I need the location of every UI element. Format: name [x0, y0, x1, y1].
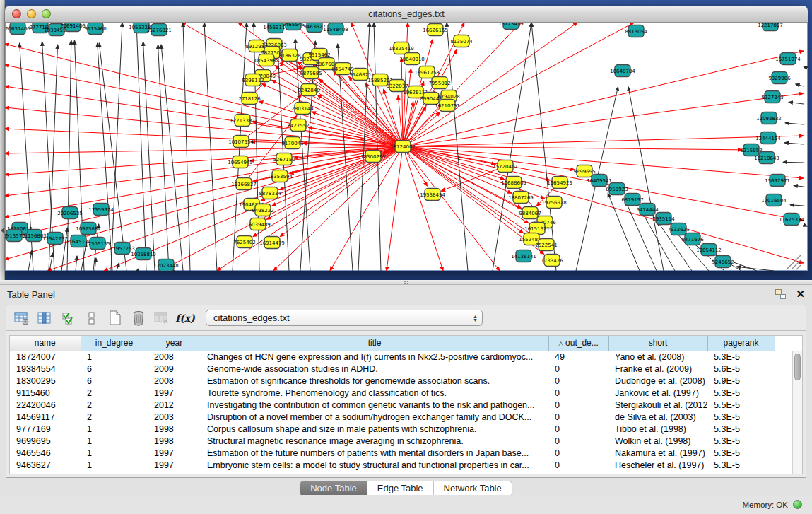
delete-columns-icon[interactable]: [130, 310, 147, 327]
resize-grip-icon[interactable]: [787, 255, 801, 269]
graph-node[interactable]: 1733426: [541, 255, 563, 267]
graph-node[interactable]: 9474444: [636, 204, 659, 216]
graph-node[interactable]: 10975887: [76, 223, 101, 235]
graph-node[interactable]: 20631406: [5, 23, 30, 35]
network-view-canvas[interactable]: 1872400718300295891295414226063982750818…: [5, 23, 808, 271]
table-scrollbar-thumb[interactable]: [794, 354, 801, 380]
column-header-year[interactable]: year: [148, 336, 201, 351]
table-selector-dropdown[interactable]: citations_edges.txt▲▼: [206, 310, 483, 326]
table-row[interactable]: 1938455462009Genome-wide association stu…: [10, 363, 775, 375]
function-builder-icon[interactable]: f(x): [177, 310, 194, 327]
graph-node[interactable]: 7955812: [428, 77, 450, 89]
graph-node-label: 20206535: [57, 211, 83, 216]
graph-node[interactable]: 19166827: [231, 178, 257, 190]
table-row[interactable]: 911546021997Tourette syndrome. Phenomeno…: [10, 387, 775, 399]
graph-node[interactable]: 9115460: [84, 23, 106, 35]
graph-node[interactable]: 9245652: [712, 256, 734, 268]
table-row[interactable]: 1872400712008Changes of HCN gene express…: [10, 351, 775, 363]
graph-node[interactable]: 8813054: [625, 25, 647, 37]
graph-node[interactable]: 5267150: [273, 153, 295, 165]
graph-node[interactable]: 2522541: [535, 239, 557, 251]
graph-node[interactable]: 10688609: [501, 177, 526, 189]
graph-node[interactable]: 12213382: [230, 115, 255, 127]
graph-node[interactable]: 10654112: [696, 244, 722, 256]
table-options-icon[interactable]: [13, 310, 30, 327]
graph-node[interactable]: 2935114: [652, 213, 675, 225]
graph-node[interactable]: 15723419: [498, 23, 524, 30]
tab-node-table[interactable]: Node Table: [300, 481, 367, 496]
tab-network-table[interactable]: Network Table: [434, 481, 512, 496]
graph-node[interactable]: 12444154: [755, 132, 781, 144]
graph-node[interactable]: 6879197: [621, 194, 643, 206]
collapsed-panel-strip[interactable]: [0, 0, 5, 280]
table-row[interactable]: 946362711997Embryonic stem cells: a mode…: [10, 459, 775, 471]
graph-node[interactable]: 9396117: [242, 74, 264, 86]
graph-node[interactable]: 16626155: [423, 24, 448, 36]
citation-network-graph[interactable]: 1872400718300295891295414226063982750818…: [5, 23, 808, 271]
graph-node[interactable]: 8878334: [259, 187, 281, 199]
graph-node[interactable]: 15751074: [775, 53, 801, 65]
graph-node[interactable]: 9170041: [281, 137, 303, 149]
graph-node[interactable]: 5875685: [300, 67, 322, 79]
graph-node[interactable]: 17016504: [761, 194, 787, 206]
table-row[interactable]: 946554611997Estimation of the future num…: [10, 447, 775, 459]
table-row[interactable]: 969969511998Structural magnetic resonanc…: [10, 435, 775, 447]
zoom-window-button[interactable]: [42, 9, 51, 18]
graph-node[interactable]: 15720407: [493, 160, 518, 173]
table-scrollbar[interactable]: [792, 351, 802, 474]
graph-node[interactable]: 12023448: [153, 259, 179, 271]
graph-node[interactable]: 16914479: [259, 237, 285, 249]
new-column-icon[interactable]: [107, 310, 124, 327]
graph-node[interactable]: 18353594: [267, 170, 293, 182]
column-header-short[interactable]: short: [608, 336, 707, 351]
graph-node[interactable]: 9329966: [768, 72, 791, 84]
column-header-pagerank[interactable]: pagerank: [707, 336, 775, 351]
graph-node[interactable]: 8471676: [681, 233, 704, 245]
graph-node[interactable]: 3913579: [5, 230, 25, 242]
graph-node[interactable]: 19756928: [541, 197, 567, 209]
graph-node[interactable]: 19538454: [420, 189, 445, 201]
graph-node[interactable]: 9498222: [252, 204, 273, 216]
graph-node[interactable]: 7625402: [233, 236, 255, 248]
graph-node[interactable]: 17359924: [88, 204, 114, 216]
graph-node[interactable]: 10654945: [228, 156, 253, 168]
deselect-all-icon[interactable]: [83, 310, 100, 327]
float-panel-icon[interactable]: [775, 289, 786, 299]
table-row[interactable]: 1456911722003Disruption of a novel membe…: [10, 411, 775, 423]
graph-node[interactable]: 19654923: [547, 177, 572, 189]
network-window-titlebar[interactable]: citations_edges.txt: [5, 6, 808, 23]
minimize-window-button[interactable]: [27, 9, 36, 18]
close-window-button[interactable]: [12, 9, 21, 18]
column-header-in-degree[interactable]: in_degree: [81, 336, 148, 351]
graph-node[interactable]: 11675334: [779, 214, 804, 226]
graph-node[interactable]: 11548408: [323, 23, 348, 35]
graph-node[interactable]: 8135074: [450, 35, 473, 47]
graph-node[interactable]: 8958923: [606, 183, 628, 195]
graph-node[interactable]: 12093832: [756, 112, 782, 124]
table-row[interactable]: 1830029562008Estimation of significance …: [10, 375, 775, 387]
divider-handle-icon[interactable]: [404, 281, 408, 284]
graph-node[interactable]: 8186328: [278, 49, 300, 62]
column-header-title[interactable]: title: [201, 336, 548, 351]
column-header-name[interactable]: name: [10, 336, 81, 351]
panel-divider[interactable]: [0, 280, 812, 285]
graph-node[interactable]: 12217897: [758, 23, 783, 31]
close-panel-icon[interactable]: ✕: [796, 289, 805, 299]
graph-node[interactable]: 2718126: [238, 93, 261, 105]
column-header-out-de-[interactable]: △out_de...: [548, 336, 608, 351]
column-visibility-icon[interactable]: [37, 310, 54, 327]
graph-node[interactable]: 14136141: [511, 250, 536, 262]
tab-edge-table[interactable]: Edge Table: [367, 481, 434, 496]
table-row[interactable]: 977716911998Corpus callosum shape and si…: [10, 423, 775, 435]
graph-node[interactable]: 9463627: [303, 23, 325, 33]
graph-node[interactable]: 16648784: [610, 65, 635, 77]
graph-node[interactable]: 8427552: [287, 119, 309, 132]
graph-node[interactable]: 20206535: [57, 207, 83, 219]
table-row[interactable]: 2242004622012Investigating the contribut…: [10, 399, 775, 411]
graph-node[interactable]: 9227343: [761, 91, 783, 103]
graph-node[interactable]: 9242848: [298, 84, 319, 96]
graph-node[interactable]: 15692971: [765, 175, 790, 187]
graph-node[interactable]: 10107554: [228, 136, 254, 148]
memory-status-indicator[interactable]: [793, 500, 802, 509]
select-all-icon[interactable]: [60, 310, 77, 327]
